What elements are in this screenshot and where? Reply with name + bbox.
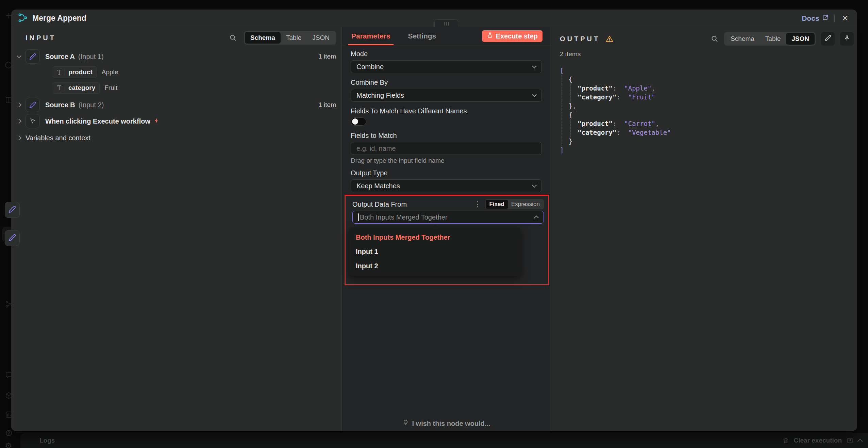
input-display-mode-tabs: Schema Table JSON	[244, 31, 336, 45]
different-names-label: Fields To Match Have Different Names	[351, 107, 542, 115]
pencil-icon	[9, 234, 16, 243]
lightning-icon	[154, 118, 160, 125]
chevron-down-icon	[532, 183, 537, 188]
output-type-select[interactable]: Keep Matches	[351, 179, 542, 192]
variables-and-context-row[interactable]: Variables and context	[11, 133, 341, 143]
fields-to-match-input[interactable]	[351, 142, 542, 155]
settings-gear-icon[interactable]: ⚙	[5, 441, 12, 448]
fixed-expression-toggle: Fixed Expression	[485, 199, 544, 209]
input-panel-title: INPUT	[26, 34, 56, 42]
pop-out-icon[interactable]	[847, 437, 853, 444]
chevron-down-icon[interactable]	[17, 53, 21, 58]
text-cursor	[358, 213, 359, 221]
output-data-from-section: Output Data From ⋮ Fixed Expression Both…	[352, 200, 544, 224]
node-feedback-link[interactable]: I wish this node would...	[342, 419, 551, 428]
edit-input-2-button[interactable]	[5, 230, 20, 246]
tab-schema[interactable]: Schema	[725, 33, 760, 45]
item-count: 1 item	[318, 101, 336, 109]
field-value: Apple	[102, 68, 118, 76]
tab-parameters[interactable]: Parameters	[350, 27, 391, 45]
search-icon[interactable]	[711, 35, 719, 43]
json-code-line: },	[560, 101, 857, 110]
trash-icon[interactable]	[782, 437, 789, 444]
execute-step-button[interactable]: Execute step	[482, 30, 542, 42]
external-link-icon	[822, 14, 829, 22]
chevron-right-icon[interactable]	[17, 102, 21, 107]
field-pill-product[interactable]: T product	[53, 66, 97, 78]
clear-execution-button[interactable]: Clear execution	[794, 437, 842, 444]
docs-link[interactable]: Docs	[802, 14, 829, 22]
logs-tab[interactable]: Logs	[39, 437, 55, 444]
logs-bar: Logs Clear execution	[20, 433, 868, 448]
pin-data-button[interactable]	[840, 32, 854, 46]
output-items-count: 2 items	[560, 50, 857, 58]
json-code-line: {	[560, 110, 857, 119]
close-icon[interactable]: ✕	[840, 14, 850, 23]
different-names-toggle[interactable]	[351, 117, 366, 126]
chevron-down-icon	[532, 64, 537, 68]
chevron-down-icon	[532, 92, 537, 97]
combine-by-select[interactable]: Matching Fields	[351, 89, 542, 102]
parameters-panel: Parameters Settings Execute step Mode Co…	[341, 27, 551, 431]
combine-by-label: Combine By	[351, 79, 542, 87]
output-panel: OUTPUT Schema Table JSON	[551, 27, 857, 431]
pin-icon	[844, 35, 850, 43]
options-kebab-icon[interactable]: ⋮	[473, 201, 481, 208]
node-details-modal: Merge Append Docs ✕ INPUT Schema	[11, 10, 857, 431]
manual-trigger-icon	[26, 114, 40, 128]
edit-output-button[interactable]	[821, 32, 835, 46]
node-title: Merge Append	[32, 14, 86, 23]
json-code-line: "product": "Apple",	[560, 84, 857, 93]
chevron-right-icon[interactable]	[17, 135, 21, 140]
search-icon[interactable]	[229, 34, 237, 42]
output-panel-title: OUTPUT	[560, 35, 600, 43]
output-display-mode-tabs: Schema Table JSON	[724, 32, 816, 46]
input-panel: INPUT Schema Table JSON Source A	[11, 27, 341, 431]
json-code-line: "category": "Vegetable"	[560, 128, 857, 137]
tab-schema[interactable]: Schema	[245, 32, 281, 44]
dropdown-option[interactable]: Input 1	[349, 244, 521, 259]
mode-label: Mode	[351, 50, 542, 58]
chevron-right-icon[interactable]	[17, 119, 21, 124]
merge-node-icon	[18, 13, 28, 24]
tab-table[interactable]: Table	[281, 32, 307, 44]
fields-to-match-hint: Drag or type the input field name	[351, 157, 542, 164]
tab-json[interactable]: JSON	[307, 32, 335, 44]
pencil-icon	[9, 206, 16, 214]
string-type-icon: T	[57, 69, 61, 76]
source-b-row[interactable]: Source B (Input 2) 1 item	[11, 97, 341, 112]
lightbulb-icon	[402, 419, 409, 428]
json-code-line: ]	[560, 146, 857, 155]
source-b-node-icon	[26, 98, 40, 112]
schema-field-row: T category Fruit	[53, 80, 341, 95]
edit-input-1-button[interactable]	[5, 202, 20, 218]
dropdown-option[interactable]: Both Inputs Merged Together	[349, 230, 521, 244]
string-type-icon: T	[57, 84, 61, 92]
json-code-line: "category": "Fruit"	[560, 93, 857, 101]
tab-settings[interactable]: Settings	[406, 27, 437, 45]
fixed-chip[interactable]: Fixed	[486, 200, 507, 209]
expression-chip[interactable]: Expression	[508, 200, 543, 209]
chevron-up-icon	[534, 215, 539, 220]
trigger-row[interactable]: When clicking Execute workflow	[11, 114, 341, 129]
tab-table[interactable]: Table	[760, 33, 786, 45]
json-code-line: {	[560, 75, 857, 84]
source-a-row[interactable]: Source A (Input 1) 1 item	[11, 49, 341, 64]
source-a-node-icon	[26, 49, 40, 64]
item-count: 1 item	[318, 53, 336, 60]
tab-json[interactable]: JSON	[786, 33, 815, 45]
dropdown-option[interactable]: Input 2	[349, 259, 521, 273]
expand-logs-chevron-icon[interactable]	[857, 438, 863, 444]
panel-drag-handle[interactable]	[434, 19, 458, 27]
json-code-line: [	[560, 66, 857, 75]
output-type-label: Output Type	[351, 169, 542, 177]
output-data-from-select[interactable]: Both Inputs Merged Together	[352, 211, 544, 224]
field-pill-category[interactable]: T category	[53, 82, 100, 94]
warning-icon	[605, 35, 614, 43]
output-json-view: [{"product": "Apple","category": "Fruit"…	[551, 66, 857, 155]
pencil-icon	[824, 35, 831, 43]
mode-select[interactable]: Combine	[351, 60, 542, 73]
output-data-from-label: Output Data From	[352, 201, 407, 208]
divider	[834, 15, 835, 22]
output-data-from-dropdown: Both Inputs Merged TogetherInput 1Input …	[349, 227, 521, 276]
